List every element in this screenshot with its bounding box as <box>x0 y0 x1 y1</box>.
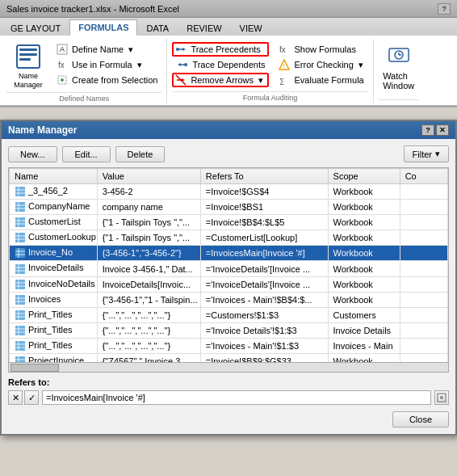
refers-to-input[interactable] <box>42 390 431 405</box>
error-checking-arrow: ▾ <box>358 60 363 70</box>
cell-value: {"...","...","...","..."} <box>97 338 200 353</box>
tab-data[interactable]: DATA <box>137 19 178 36</box>
trace-dependents-button[interactable]: Trace Dependents <box>172 57 269 72</box>
table-row[interactable]: Print_Titles {"...","...","...","..."} =… <box>10 338 448 353</box>
tab-review[interactable]: REVIEW <box>178 19 230 36</box>
svg-rect-69 <box>15 356 25 362</box>
cell-value: InvoiceDetails[Invoic... <box>97 276 200 292</box>
cell-name: Print_Titles <box>10 307 98 322</box>
trace-precedents-icon <box>174 43 187 56</box>
cell-value: {"3-456-1","1 - Tailspin... <box>97 292 200 307</box>
svg-rect-2 <box>19 53 37 56</box>
watch-window-content: WatchWindow <box>379 40 419 99</box>
svg-text:fx: fx <box>58 61 65 70</box>
svg-rect-1 <box>19 48 37 51</box>
dialog-title-controls: ? ✕ <box>421 124 449 136</box>
remove-arrows-button[interactable]: Remove Arrows ▾ <box>172 73 269 87</box>
show-formulas-button[interactable]: fx Show Formulas <box>274 42 367 57</box>
cell-comment <box>400 276 447 292</box>
dialog-title-text: Name Manager <box>8 124 421 136</box>
group-formula-auditing: Trace Precedents Trace Dependents <box>167 39 373 103</box>
horizontal-scrollbar[interactable] <box>9 362 448 372</box>
evaluate-formula-button[interactable]: ∑ Evaluate Formula <box>274 73 367 87</box>
cell-value: {"...","...","...","..."} <box>97 322 200 338</box>
col-header-scope[interactable]: Scope <box>328 169 400 184</box>
cell-name: InvoiceNoDetails <box>10 276 98 292</box>
name-manager-button[interactable]: NameManager <box>6 40 50 92</box>
svg-text:∑: ∑ <box>279 77 284 85</box>
ribbon: GE LAYOUT FORMULAS DATA REVIEW VIEW <box>0 18 457 107</box>
table-row[interactable]: Print_Titles {"...","...","...","..."} =… <box>10 307 448 322</box>
svg-marker-10 <box>182 48 186 51</box>
cell-name: Print_Titles <box>10 322 98 338</box>
dialog-close-btn[interactable]: ✕ <box>436 124 449 136</box>
cell-scope: Workbook <box>328 200 400 215</box>
dialog-title-bar: Name Manager ? ✕ <box>2 121 455 139</box>
tab-view[interactable]: VIEW <box>231 19 271 36</box>
name-manager-dialog: Name Manager ? ✕ New... Edit... Delete F… <box>0 120 457 436</box>
defined-names-label: Defined Names <box>6 92 161 103</box>
col-header-comment[interactable]: Co <box>400 169 447 184</box>
cell-scope: Workbook <box>328 292 400 307</box>
svg-text:fx: fx <box>279 45 286 54</box>
define-name-arrow: ▾ <box>128 44 133 55</box>
audit-left-btns: Trace Precedents Trace Dependents <box>172 40 269 87</box>
close-dialog-button[interactable]: Close <box>392 411 449 428</box>
define-name-button[interactable]: A Define Name ▾ <box>52 42 161 57</box>
refers-cancel-btn[interactable]: ✕ <box>8 390 23 405</box>
table-row[interactable]: ProjectInvoice {"Z4567"," Invoice 3-... … <box>10 354 448 362</box>
table-row[interactable]: _3_456_2 3-456-2 =Invoice!$GS$4 Workbook <box>10 184 448 200</box>
create-from-selection-button[interactable]: Create from Selection <box>52 73 161 87</box>
trace-precedents-button[interactable]: Trace Precedents <box>172 42 269 57</box>
use-in-formula-button[interactable]: fx Use in Formula ▾ <box>52 57 161 72</box>
refers-to-input-row: ✕ ✓ <box>8 390 449 405</box>
cell-refers: =Customers!$1:$3 <box>200 307 328 322</box>
table-row[interactable]: Print_Titles {"...","...","...","..."} =… <box>10 322 448 338</box>
cell-name: ProjectInvoice <box>10 354 98 362</box>
cell-scope: Invoices - Main <box>328 338 400 353</box>
table-row[interactable]: CompanyName company name =Invoice!$BS1 W… <box>10 200 448 215</box>
table-row[interactable]: CustomerLookup {"1 - Tailspin Toys ","..… <box>10 230 448 246</box>
table-row[interactable]: Invoice_No {3-456-1","3-456-2"} =Invoice… <box>10 246 448 261</box>
names-table: Name Value Refers To Scope Co _3_456_2 3… <box>9 168 448 362</box>
remove-arrows-arrow: ▾ <box>258 75 263 86</box>
col-header-name[interactable]: Name <box>10 169 98 184</box>
trace-dependents-icon <box>176 58 189 71</box>
cell-comment <box>400 292 447 307</box>
cell-comment <box>400 338 447 353</box>
watch-window-button[interactable]: WatchWindow <box>379 40 419 92</box>
create-from-selection-icon <box>56 74 69 86</box>
refers-confirm-btn[interactable]: ✓ <box>24 390 39 405</box>
tab-formulas[interactable]: FORMULAS <box>69 19 137 36</box>
names-table-scroll[interactable]: Name Value Refers To Scope Co _3_456_2 3… <box>9 168 448 362</box>
cell-scope: Workbook <box>328 215 400 230</box>
error-checking-button[interactable]: ! Error Checking ▾ <box>274 57 367 72</box>
table-row[interactable]: InvoiceNoDetails InvoiceDetails[Invoic..… <box>10 276 448 292</box>
audit-right-btns: fx Show Formulas ! Error Checking <box>274 40 367 87</box>
col-header-value[interactable]: Value <box>97 169 200 184</box>
tab-page-layout[interactable]: GE LAYOUT <box>2 19 69 36</box>
new-button[interactable]: New... <box>8 146 57 162</box>
group-watch-window: WatchWindow <box>374 39 424 103</box>
table-row[interactable]: CustomerList {"1 - Tailspin Toys ","... … <box>10 215 448 230</box>
delete-button[interactable]: Delete <box>115 146 166 162</box>
filter-button[interactable]: Filter ▾ <box>404 145 449 162</box>
col-header-refers[interactable]: Refers To <box>200 169 328 184</box>
cell-refers: ='Invoices - Main'!$B$4:$... <box>200 292 328 307</box>
cell-name: _3_456_2 <box>10 184 98 200</box>
title-bar: Sales invoice tracker1.xlsx - Microsoft … <box>0 0 457 18</box>
cell-value: {"Z4567"," Invoice 3-... <box>97 354 200 362</box>
dialog-body: New... Edit... Delete Filter ▾ Name Valu… <box>2 139 455 434</box>
refers-to-section: Refers to: ✕ ✓ <box>8 377 449 405</box>
table-row[interactable]: Invoices {"3-456-1","1 - Tailspin... ='I… <box>10 292 448 307</box>
refers-expand-btn[interactable] <box>434 390 449 405</box>
scrollbar-thumb[interactable] <box>10 364 59 372</box>
edit-button[interactable]: Edit... <box>62 146 111 162</box>
svg-rect-3 <box>19 58 31 61</box>
table-row[interactable]: InvoiceDetails Invoice 3-456-1," Dat... … <box>10 261 448 276</box>
names-table-container: Name Value Refers To Scope Co _3_456_2 3… <box>8 167 449 373</box>
dialog-help-btn[interactable]: ? <box>421 124 434 136</box>
help-button[interactable]: ? <box>438 3 451 15</box>
svg-point-8 <box>176 48 179 51</box>
cell-comment <box>400 215 447 230</box>
